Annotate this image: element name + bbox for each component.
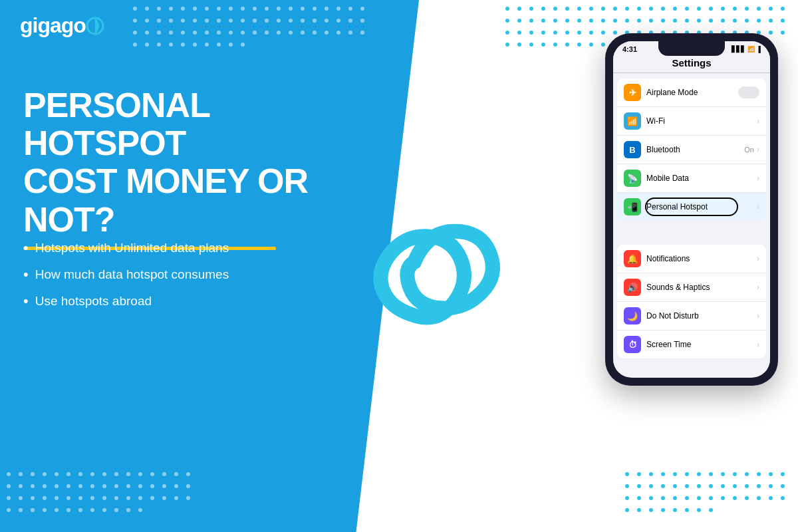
wifi-status-icon: 📶 — [747, 46, 755, 53]
settings-label: Screen Time — [646, 340, 757, 349]
settings-item-notifications[interactable]: 🔔Notifications› — [617, 245, 766, 273]
icon-hotspot: 📲 — [624, 198, 641, 215]
settings-item-screen-time[interactable]: ⏱Screen Time› — [617, 331, 766, 358]
bullet-list: Hotspots with Unlimited data plansHow mu… — [23, 239, 229, 319]
settings-item-mobile-data[interactable]: 📡Mobile Data› — [617, 164, 766, 193]
chevron-icon: › — [757, 254, 759, 263]
dots-bottom-left — [7, 472, 193, 525]
logo-text: gigago — [20, 13, 86, 38]
settings-label: Personal Hotspot — [646, 202, 757, 211]
chevron-icon: › — [757, 202, 759, 211]
settings-label: Do Not Disturb — [646, 311, 757, 321]
icon-airplane: ✈ — [624, 84, 641, 101]
icon-cellular: 📡 — [624, 170, 641, 187]
settings-label: Bluetooth — [646, 145, 744, 154]
settings-label: Sounds & Haptics — [646, 283, 757, 292]
settings-item-personal-hotspot[interactable]: 📲Personal Hotspot› — [617, 193, 766, 221]
bullet-item: Hotspots with Unlimited data plans — [23, 239, 229, 257]
icon-dnd: 🌙 — [624, 307, 641, 325]
bullet-item: Use hotspots abroad — [23, 293, 229, 310]
settings-label: Notifications — [646, 254, 757, 263]
chevron-icon: › — [757, 311, 759, 321]
chevron-icon: › — [757, 145, 759, 154]
icon-sounds: 🔊 — [624, 279, 641, 296]
settings-label: Mobile Data — [646, 174, 757, 183]
settings-item-bluetooth[interactable]: BBluetoothOn› — [617, 136, 766, 164]
settings-item-airplane-mode[interactable]: ✈Airplane Mode — [617, 78, 766, 107]
battery-icon: ▐ — [757, 46, 761, 53]
settings-item-wi-fi[interactable]: 📶Wi-Fi› — [617, 107, 766, 136]
settings-value: On — [744, 146, 754, 154]
settings-screen-title: Settings — [613, 55, 770, 73]
chain-link-icon — [366, 213, 512, 332]
icon-screentime: ⏱ — [624, 336, 641, 353]
heading-line1: PERSONAL HOTSPOT — [23, 86, 342, 162]
status-time: 4:31 — [622, 45, 637, 53]
phone-notch — [658, 41, 725, 56]
chevron-icon: › — [757, 116, 759, 126]
settings-item-do-not-disturb[interactable]: 🌙Do Not Disturb› — [617, 302, 766, 331]
bullet-item: How much data hotspot consumes — [23, 266, 229, 283]
heading-line2: COST MONEY OR NOT? — [23, 162, 342, 238]
logo: gigago — [20, 13, 104, 38]
chevron-icon: › — [757, 283, 759, 292]
chevron-icon: › — [757, 340, 759, 349]
toggle-off[interactable] — [738, 86, 759, 98]
settings-label: Wi-Fi — [646, 116, 757, 126]
dots-top-left — [133, 7, 366, 60]
logo-icon — [86, 17, 104, 35]
icon-notifications: 🔔 — [624, 250, 641, 267]
status-icons: ▋▋▋ 📶 ▐ — [732, 46, 761, 53]
signal-icon: ▋▋▋ — [732, 46, 745, 53]
settings-group-1: ✈Airplane Mode📶Wi-Fi›BBluetoothOn›📡Mobil… — [617, 78, 766, 221]
settings-separator-2 — [613, 361, 770, 377]
settings-item-sounds-&-haptics[interactable]: 🔊Sounds & Haptics› — [617, 273, 766, 302]
icon-wifi: 📶 — [624, 112, 641, 130]
settings-group-2: 🔔Notifications›🔊Sounds & Haptics›🌙Do Not… — [617, 245, 766, 358]
main-heading: PERSONAL HOTSPOT COST MONEY OR NOT? — [23, 86, 342, 250]
settings-label: Airplane Mode — [646, 88, 738, 97]
phone-outer: 4:31 ▋▋▋ 📶 ▐ Settings ✈Airplane Mode📶Wi-… — [605, 33, 778, 386]
icon-bluetooth: B — [624, 141, 641, 158]
phone-screen: 4:31 ▋▋▋ 📶 ▐ Settings ✈Airplane Mode📶Wi-… — [613, 41, 770, 378]
settings-separator-1 — [613, 223, 770, 239]
phone-mockup: 4:31 ▋▋▋ 📶 ▐ Settings ✈Airplane Mode📶Wi-… — [605, 33, 778, 499]
chevron-icon: › — [757, 174, 759, 183]
